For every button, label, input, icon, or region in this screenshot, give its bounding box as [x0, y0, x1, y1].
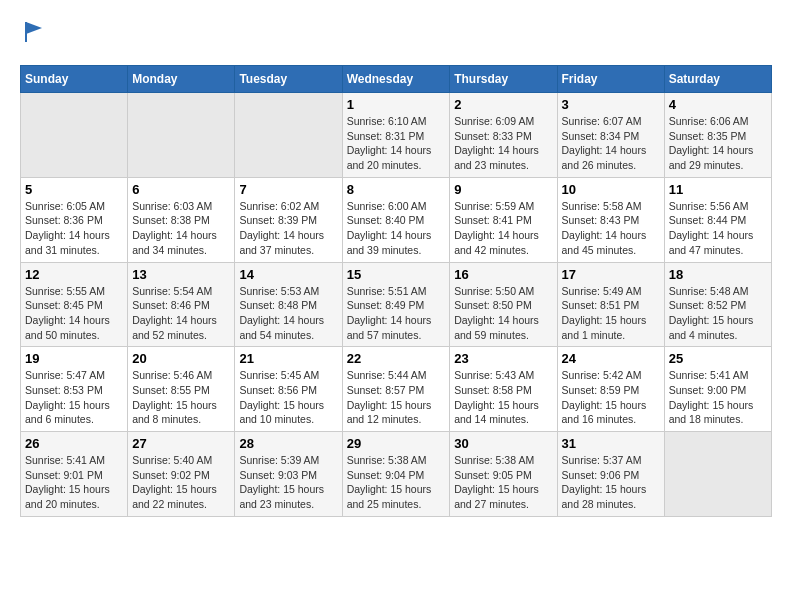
- day-info: Sunrise: 6:05 AMSunset: 8:36 PMDaylight:…: [25, 199, 123, 258]
- calendar-cell: 1Sunrise: 6:10 AMSunset: 8:31 PMDaylight…: [342, 93, 450, 178]
- header-monday: Monday: [128, 66, 235, 93]
- calendar-cell: 23Sunrise: 5:43 AMSunset: 8:58 PMDayligh…: [450, 347, 557, 432]
- calendar-week-row: 26Sunrise: 5:41 AMSunset: 9:01 PMDayligh…: [21, 432, 772, 517]
- logo-text: [20, 20, 46, 49]
- day-info: Sunrise: 6:00 AMSunset: 8:40 PMDaylight:…: [347, 199, 446, 258]
- day-number: 7: [239, 182, 337, 197]
- day-info: Sunrise: 5:50 AMSunset: 8:50 PMDaylight:…: [454, 284, 552, 343]
- day-number: 21: [239, 351, 337, 366]
- calendar-cell: 6Sunrise: 6:03 AMSunset: 8:38 PMDaylight…: [128, 177, 235, 262]
- calendar-body: 1Sunrise: 6:10 AMSunset: 8:31 PMDaylight…: [21, 93, 772, 517]
- day-info: Sunrise: 6:07 AMSunset: 8:34 PMDaylight:…: [562, 114, 660, 173]
- calendar-cell: 11Sunrise: 5:56 AMSunset: 8:44 PMDayligh…: [664, 177, 771, 262]
- day-number: 2: [454, 97, 552, 112]
- day-number: 30: [454, 436, 552, 451]
- day-info: Sunrise: 5:56 AMSunset: 8:44 PMDaylight:…: [669, 199, 767, 258]
- day-info: Sunrise: 5:38 AMSunset: 9:04 PMDaylight:…: [347, 453, 446, 512]
- calendar-cell: 13Sunrise: 5:54 AMSunset: 8:46 PMDayligh…: [128, 262, 235, 347]
- day-number: 20: [132, 351, 230, 366]
- calendar-cell: 25Sunrise: 5:41 AMSunset: 9:00 PMDayligh…: [664, 347, 771, 432]
- header-friday: Friday: [557, 66, 664, 93]
- calendar-cell: 21Sunrise: 5:45 AMSunset: 8:56 PMDayligh…: [235, 347, 342, 432]
- calendar-cell: 5Sunrise: 6:05 AMSunset: 8:36 PMDaylight…: [21, 177, 128, 262]
- day-info: Sunrise: 5:49 AMSunset: 8:51 PMDaylight:…: [562, 284, 660, 343]
- day-info: Sunrise: 5:41 AMSunset: 9:00 PMDaylight:…: [669, 368, 767, 427]
- day-info: Sunrise: 5:54 AMSunset: 8:46 PMDaylight:…: [132, 284, 230, 343]
- day-info: Sunrise: 5:41 AMSunset: 9:01 PMDaylight:…: [25, 453, 123, 512]
- calendar-cell: [664, 432, 771, 517]
- logo: [20, 20, 46, 49]
- calendar-cell: 17Sunrise: 5:49 AMSunset: 8:51 PMDayligh…: [557, 262, 664, 347]
- day-info: Sunrise: 5:53 AMSunset: 8:48 PMDaylight:…: [239, 284, 337, 343]
- calendar-cell: 20Sunrise: 5:46 AMSunset: 8:55 PMDayligh…: [128, 347, 235, 432]
- header-sunday: Sunday: [21, 66, 128, 93]
- calendar-cell: 30Sunrise: 5:38 AMSunset: 9:05 PMDayligh…: [450, 432, 557, 517]
- calendar-cell: 14Sunrise: 5:53 AMSunset: 8:48 PMDayligh…: [235, 262, 342, 347]
- day-number: 16: [454, 267, 552, 282]
- day-info: Sunrise: 5:43 AMSunset: 8:58 PMDaylight:…: [454, 368, 552, 427]
- svg-marker-0: [26, 22, 42, 34]
- day-info: Sunrise: 5:55 AMSunset: 8:45 PMDaylight:…: [25, 284, 123, 343]
- day-info: Sunrise: 6:03 AMSunset: 8:38 PMDaylight:…: [132, 199, 230, 258]
- day-number: 27: [132, 436, 230, 451]
- calendar-week-row: 1Sunrise: 6:10 AMSunset: 8:31 PMDaylight…: [21, 93, 772, 178]
- day-info: Sunrise: 5:37 AMSunset: 9:06 PMDaylight:…: [562, 453, 660, 512]
- calendar-cell: [235, 93, 342, 178]
- day-number: 8: [347, 182, 446, 197]
- day-info: Sunrise: 5:39 AMSunset: 9:03 PMDaylight:…: [239, 453, 337, 512]
- day-info: Sunrise: 5:48 AMSunset: 8:52 PMDaylight:…: [669, 284, 767, 343]
- calendar-cell: 28Sunrise: 5:39 AMSunset: 9:03 PMDayligh…: [235, 432, 342, 517]
- day-info: Sunrise: 5:51 AMSunset: 8:49 PMDaylight:…: [347, 284, 446, 343]
- calendar-cell: 4Sunrise: 6:06 AMSunset: 8:35 PMDaylight…: [664, 93, 771, 178]
- day-info: Sunrise: 6:09 AMSunset: 8:33 PMDaylight:…: [454, 114, 552, 173]
- calendar-cell: 2Sunrise: 6:09 AMSunset: 8:33 PMDaylight…: [450, 93, 557, 178]
- day-number: 4: [669, 97, 767, 112]
- calendar-cell: 7Sunrise: 6:02 AMSunset: 8:39 PMDaylight…: [235, 177, 342, 262]
- day-info: Sunrise: 6:10 AMSunset: 8:31 PMDaylight:…: [347, 114, 446, 173]
- day-info: Sunrise: 5:46 AMSunset: 8:55 PMDaylight:…: [132, 368, 230, 427]
- calendar-cell: 22Sunrise: 5:44 AMSunset: 8:57 PMDayligh…: [342, 347, 450, 432]
- day-number: 22: [347, 351, 446, 366]
- day-number: 6: [132, 182, 230, 197]
- calendar-cell: 16Sunrise: 5:50 AMSunset: 8:50 PMDayligh…: [450, 262, 557, 347]
- calendar-week-row: 19Sunrise: 5:47 AMSunset: 8:53 PMDayligh…: [21, 347, 772, 432]
- calendar-week-row: 5Sunrise: 6:05 AMSunset: 8:36 PMDaylight…: [21, 177, 772, 262]
- weekday-header-row: Sunday Monday Tuesday Wednesday Thursday…: [21, 66, 772, 93]
- calendar-cell: 15Sunrise: 5:51 AMSunset: 8:49 PMDayligh…: [342, 262, 450, 347]
- calendar-cell: 24Sunrise: 5:42 AMSunset: 8:59 PMDayligh…: [557, 347, 664, 432]
- day-number: 11: [669, 182, 767, 197]
- day-number: 5: [25, 182, 123, 197]
- day-number: 9: [454, 182, 552, 197]
- day-info: Sunrise: 5:42 AMSunset: 8:59 PMDaylight:…: [562, 368, 660, 427]
- calendar-table: Sunday Monday Tuesday Wednesday Thursday…: [20, 65, 772, 517]
- day-number: 17: [562, 267, 660, 282]
- header-tuesday: Tuesday: [235, 66, 342, 93]
- day-number: 12: [25, 267, 123, 282]
- day-number: 24: [562, 351, 660, 366]
- day-info: Sunrise: 5:40 AMSunset: 9:02 PMDaylight:…: [132, 453, 230, 512]
- calendar-cell: 19Sunrise: 5:47 AMSunset: 8:53 PMDayligh…: [21, 347, 128, 432]
- calendar-cell: [128, 93, 235, 178]
- day-number: 15: [347, 267, 446, 282]
- day-info: Sunrise: 6:06 AMSunset: 8:35 PMDaylight:…: [669, 114, 767, 173]
- day-number: 13: [132, 267, 230, 282]
- calendar-cell: [21, 93, 128, 178]
- day-info: Sunrise: 5:45 AMSunset: 8:56 PMDaylight:…: [239, 368, 337, 427]
- day-info: Sunrise: 5:59 AMSunset: 8:41 PMDaylight:…: [454, 199, 552, 258]
- calendar-cell: 18Sunrise: 5:48 AMSunset: 8:52 PMDayligh…: [664, 262, 771, 347]
- logo-flag-icon: [22, 20, 46, 44]
- calendar-cell: 31Sunrise: 5:37 AMSunset: 9:06 PMDayligh…: [557, 432, 664, 517]
- calendar-cell: 12Sunrise: 5:55 AMSunset: 8:45 PMDayligh…: [21, 262, 128, 347]
- day-number: 18: [669, 267, 767, 282]
- calendar-cell: 3Sunrise: 6:07 AMSunset: 8:34 PMDaylight…: [557, 93, 664, 178]
- header-wednesday: Wednesday: [342, 66, 450, 93]
- day-number: 3: [562, 97, 660, 112]
- day-info: Sunrise: 5:47 AMSunset: 8:53 PMDaylight:…: [25, 368, 123, 427]
- calendar-cell: 10Sunrise: 5:58 AMSunset: 8:43 PMDayligh…: [557, 177, 664, 262]
- day-number: 19: [25, 351, 123, 366]
- calendar-week-row: 12Sunrise: 5:55 AMSunset: 8:45 PMDayligh…: [21, 262, 772, 347]
- day-number: 28: [239, 436, 337, 451]
- day-info: Sunrise: 5:44 AMSunset: 8:57 PMDaylight:…: [347, 368, 446, 427]
- calendar-cell: 8Sunrise: 6:00 AMSunset: 8:40 PMDaylight…: [342, 177, 450, 262]
- day-number: 14: [239, 267, 337, 282]
